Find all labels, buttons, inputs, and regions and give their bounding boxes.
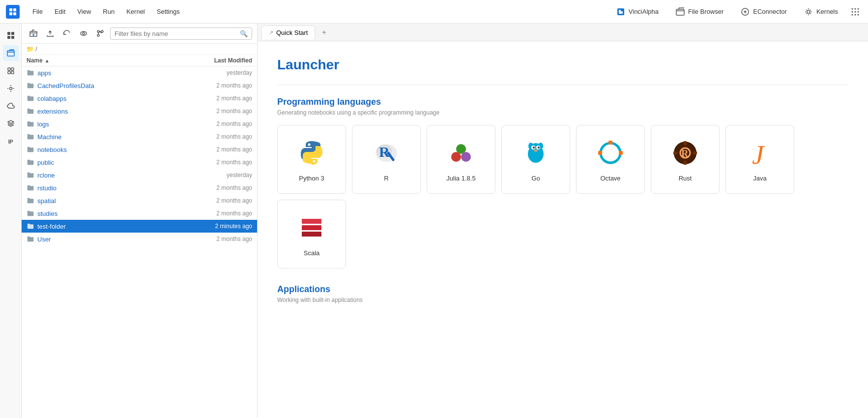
sidebar-cloud-btn[interactable] xyxy=(3,98,19,114)
apps-grid-button[interactable] xyxy=(848,5,862,19)
section-applications-subtitle: Working with built-in applications xyxy=(277,297,848,303)
launcher-title: Launcher xyxy=(277,57,848,73)
content-area: ↗ Quick Start + Launcher Programming lan… xyxy=(258,24,868,418)
svg-rect-59 xyxy=(684,161,687,165)
econnector-icon xyxy=(740,7,750,17)
language-grid: Python 3 R R xyxy=(277,125,848,269)
svg-rect-25 xyxy=(11,68,14,70)
filebrowser-icon xyxy=(675,7,685,17)
java-label: Java xyxy=(753,175,766,182)
col-name-header[interactable]: Name ▲ xyxy=(27,57,188,64)
search-input[interactable] xyxy=(115,30,240,37)
folder-icon xyxy=(27,133,34,141)
search-box: 🔍 xyxy=(110,28,252,40)
file-time: 2 months ago xyxy=(188,146,252,153)
upload-btn[interactable] xyxy=(43,27,57,40)
svg-point-11 xyxy=(855,8,856,9)
svg-rect-23 xyxy=(7,51,14,56)
new-folder-btn[interactable] xyxy=(27,27,40,40)
svg-rect-2 xyxy=(9,12,12,15)
refresh-btn[interactable] xyxy=(60,27,74,40)
git-btn[interactable] xyxy=(93,27,107,40)
julia-card[interactable]: Julia 1.8.5 xyxy=(427,125,495,194)
file-name: Machine xyxy=(37,133,188,141)
tab-label: Quick Start xyxy=(276,29,308,36)
file-row[interactable]: logs 2 months ago xyxy=(22,118,257,130)
scala-card[interactable]: Scala xyxy=(277,200,346,269)
menu-file[interactable]: File xyxy=(28,6,48,17)
file-row[interactable]: spatial 2 months ago xyxy=(22,194,257,207)
svg-rect-22 xyxy=(11,36,14,39)
file-name: public xyxy=(37,159,188,166)
go-card[interactable]: Go xyxy=(501,125,570,194)
sidebar-ip-btn[interactable]: IP xyxy=(3,134,19,149)
menu-run[interactable]: Run xyxy=(98,6,119,17)
svg-rect-27 xyxy=(11,71,14,74)
r-card[interactable]: R R xyxy=(352,125,421,194)
svg-point-9 xyxy=(807,10,810,13)
svg-point-18 xyxy=(858,14,859,15)
octave-card[interactable]: Octave xyxy=(576,125,645,194)
menu-kernel[interactable]: Kernel xyxy=(121,6,150,17)
svg-point-52 xyxy=(534,149,538,151)
svg-rect-60 xyxy=(673,151,677,154)
kernels-label: Kernels xyxy=(816,8,838,15)
sidebar-filebrowser-btn[interactable] xyxy=(3,45,19,61)
econnector-button[interactable]: EConnector xyxy=(734,3,793,20)
search-icon: 🔍 xyxy=(240,30,248,37)
file-time: 2 months ago xyxy=(188,197,252,204)
sidebar-layers-btn[interactable] xyxy=(3,116,19,132)
rust-card[interactable]: R Rust xyxy=(651,125,720,194)
section-programming-title: Programming languages xyxy=(277,97,848,107)
sidebar-kernels-btn[interactable] xyxy=(3,81,19,96)
menu-edit[interactable]: Edit xyxy=(50,6,70,17)
file-time: 2 months ago xyxy=(188,210,252,217)
java-card[interactable]: J Java xyxy=(725,125,794,194)
app-logo xyxy=(6,5,20,19)
file-row[interactable]: extensions 2 months ago xyxy=(22,105,257,118)
menu-settings[interactable]: Settings xyxy=(152,6,185,17)
octave-label: Octave xyxy=(600,175,620,182)
file-row[interactable]: studies 2 months ago xyxy=(22,207,257,220)
file-row[interactable]: colabapps 2 months ago xyxy=(22,92,257,105)
main-layout: IP 🔍 📁 / xyxy=(0,24,868,418)
file-row[interactable]: Machine 2 months ago xyxy=(22,130,257,143)
vincialpha-button[interactable]: VinciAlpha xyxy=(609,3,665,20)
econnector-label: EConnector xyxy=(753,8,787,15)
file-time: yesterday xyxy=(188,172,252,179)
sidebar-grid-btn[interactable] xyxy=(3,28,19,43)
svg-rect-5 xyxy=(619,10,621,14)
toggle-hidden-btn[interactable] xyxy=(77,27,90,40)
file-time: 2 months ago xyxy=(188,236,252,242)
svg-rect-65 xyxy=(302,225,321,230)
menu-view[interactable]: View xyxy=(72,6,96,17)
file-row[interactable]: apps yesterday xyxy=(22,66,257,79)
svg-point-17 xyxy=(855,14,856,15)
col-modified-header[interactable]: Last Modified xyxy=(188,57,252,64)
file-name: extensions xyxy=(37,108,188,115)
r-icon: R xyxy=(371,137,402,169)
sidebar-extensions-btn[interactable] xyxy=(3,63,19,79)
rust-icon: R xyxy=(669,137,701,169)
python3-card[interactable]: Python 3 xyxy=(277,125,346,194)
file-row[interactable]: test-folder 2 minutes ago xyxy=(22,220,257,233)
file-row[interactable]: public 2 months ago xyxy=(22,156,257,169)
svg-text:R: R xyxy=(379,144,390,160)
file-row[interactable]: rclone yesterday xyxy=(22,169,257,181)
kernels-button[interactable]: Kernels xyxy=(797,3,844,20)
file-row[interactable]: CachedProfilesData 2 months ago xyxy=(22,79,257,92)
rust-label: Rust xyxy=(679,175,692,182)
svg-point-36 xyxy=(313,160,316,162)
file-row[interactable]: rstudio 2 months ago xyxy=(22,181,257,194)
file-row[interactable]: notebooks 2 months ago xyxy=(22,143,257,156)
file-time: 2 months ago xyxy=(188,159,252,166)
quick-start-tab[interactable]: ↗ Quick Start xyxy=(261,26,315,39)
svg-point-43 xyxy=(461,152,471,162)
svg-rect-64 xyxy=(302,219,321,224)
kernels-icon xyxy=(804,7,813,17)
add-tab-button[interactable]: + xyxy=(318,27,330,38)
folder-icon xyxy=(27,82,34,90)
file-name: notebooks xyxy=(37,146,188,153)
file-row[interactable]: User 2 months ago xyxy=(22,233,257,245)
filebrowser-button[interactable]: File Browser xyxy=(669,3,730,20)
